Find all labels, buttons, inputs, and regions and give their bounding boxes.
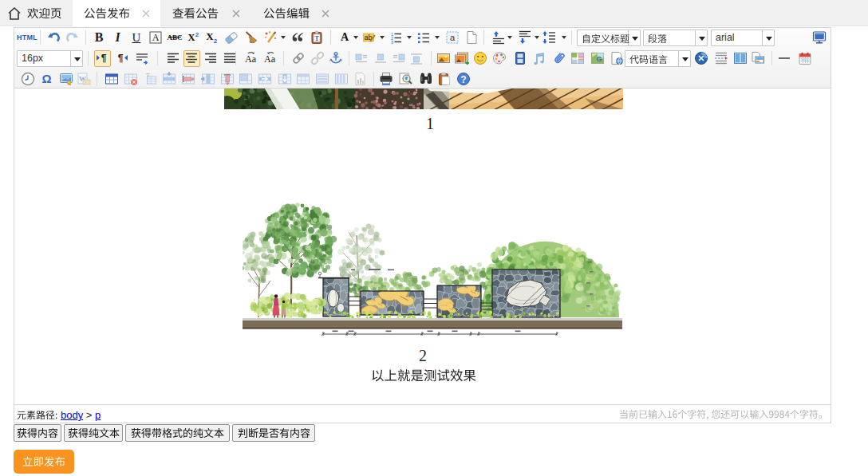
svg-text:Aa: Aa xyxy=(245,53,257,65)
svg-text:2: 2 xyxy=(195,31,199,38)
svg-text:3: 3 xyxy=(391,40,393,45)
svg-text:?: ? xyxy=(460,73,466,85)
svg-text:2: 2 xyxy=(214,37,218,45)
svg-text:T: T xyxy=(314,34,319,42)
svg-text:a: a xyxy=(450,33,456,42)
svg-text:A: A xyxy=(152,32,160,43)
svg-text:¶: ¶ xyxy=(118,53,124,64)
svg-text:¶: ¶ xyxy=(101,53,107,64)
svg-text:G: G xyxy=(596,55,602,63)
svg-text:Aa: Aa xyxy=(264,53,276,65)
